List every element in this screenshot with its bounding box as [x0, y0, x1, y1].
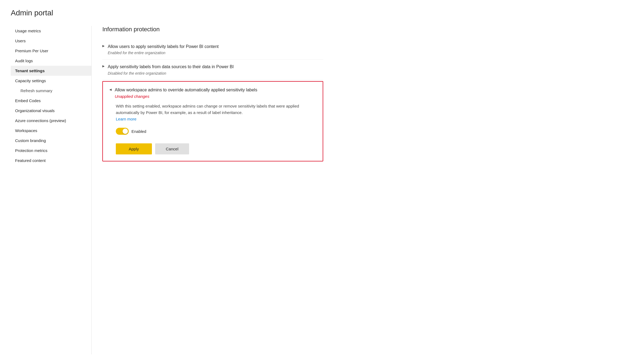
- sidebar-item-audit-logs[interactable]: Audit logs: [11, 56, 91, 66]
- sidebar-item-embed-codes[interactable]: Embed Codes: [11, 96, 91, 106]
- section-title: Information protection: [102, 26, 323, 33]
- button-row: Apply Cancel: [116, 143, 316, 154]
- page-title: Admin portal: [11, 9, 633, 17]
- setting-subtitle-1: Enabled for the entire organization: [108, 51, 323, 55]
- expanded-setting-info: Allow workspace admins to override autom…: [115, 87, 316, 99]
- setting-title-1: Allow users to apply sensitivity labels …: [108, 44, 323, 50]
- apply-button[interactable]: Apply: [116, 143, 152, 154]
- setting-description: With this setting enabled, workspace adm…: [116, 103, 316, 122]
- setting-row-apply-labels: ▶ Allow users to apply sensitivity label…: [102, 39, 323, 60]
- learn-more-link[interactable]: Learn more: [116, 117, 137, 121]
- sidebar-item-protection-metrics[interactable]: Protection metrics: [11, 146, 91, 155]
- toggle-thumb: [123, 129, 128, 134]
- main-content: Information protection ▶ Allow users to …: [92, 26, 334, 354]
- toggle-track: [116, 128, 129, 135]
- sidebar-item-premium-per-user[interactable]: Premium Per User: [11, 46, 91, 56]
- expanded-setting-box: ◀ Allow workspace admins to override aut…: [102, 81, 323, 161]
- expanded-setting-header: ◀ Allow workspace admins to override aut…: [109, 87, 316, 99]
- toggle-label: Enabled: [131, 129, 146, 134]
- unapplied-changes-label: Unapplied changes: [115, 94, 316, 99]
- setting-info-2: Apply sensitivity labels from data sourc…: [108, 64, 323, 75]
- sidebar-item-workspaces[interactable]: Workspaces: [11, 126, 91, 136]
- sidebar-item-azure-connections[interactable]: Azure connections (preview): [11, 116, 91, 126]
- sidebar-item-featured-content[interactable]: Featured content: [11, 155, 91, 165]
- sidebar-item-capacity-settings[interactable]: Capacity settings: [11, 76, 91, 86]
- sidebar-item-organizational-visuals[interactable]: Organizational visuals: [11, 106, 91, 116]
- setting-row-apply-from-sources: ▶ Apply sensitivity labels from data sou…: [102, 60, 323, 80]
- chevron-right-icon-1[interactable]: ▶: [102, 44, 105, 48]
- sidebar-item-tenant-settings[interactable]: Tenant settings: [11, 66, 91, 76]
- toggle-row: Enabled: [116, 128, 316, 135]
- sidebar: Usage metrics Users Premium Per User Aud…: [11, 26, 92, 354]
- setting-subtitle-2: Disabled for the entire organization: [108, 71, 323, 75]
- setting-title-2: Apply sensitivity labels from data sourc…: [108, 64, 323, 70]
- sidebar-item-custom-branding[interactable]: Custom branding: [11, 136, 91, 146]
- description-text: With this setting enabled, workspace adm…: [116, 104, 299, 115]
- setting-info-1: Allow users to apply sensitivity labels …: [108, 44, 323, 55]
- page-container: Admin portal Usage metrics Users Premium…: [0, 0, 644, 363]
- content-area: Usage metrics Users Premium Per User Aud…: [11, 26, 633, 354]
- cancel-button[interactable]: Cancel: [155, 143, 189, 154]
- chevron-down-icon[interactable]: ◀: [109, 88, 112, 91]
- expanded-setting-title: Allow workspace admins to override autom…: [115, 87, 316, 93]
- sidebar-item-users[interactable]: Users: [11, 36, 91, 46]
- chevron-right-icon-2[interactable]: ▶: [102, 64, 105, 68]
- sidebar-item-refresh-summary[interactable]: Refresh summary: [11, 86, 91, 96]
- sidebar-item-usage-metrics[interactable]: Usage metrics: [11, 26, 91, 36]
- enabled-toggle[interactable]: [116, 128, 129, 135]
